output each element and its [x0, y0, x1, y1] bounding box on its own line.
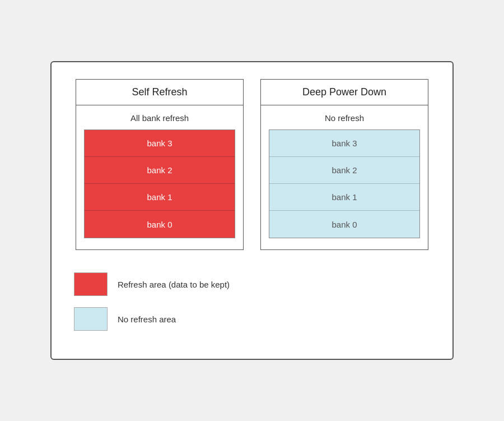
deep-power-down-bank1: bank 1: [269, 184, 419, 211]
legend-box-red: [74, 272, 108, 296]
legend-section: Refresh area (data to be kept) No refres…: [68, 272, 436, 331]
self-refresh-subtitle: All bank refresh: [84, 113, 235, 123]
self-refresh-diagram: Self Refresh All bank refresh bank 3 ban…: [76, 79, 244, 250]
diagrams-row: Self Refresh All bank refresh bank 3 ban…: [68, 79, 436, 250]
self-refresh-bank0: bank 0: [85, 211, 235, 238]
self-refresh-bank3: bank 3: [85, 130, 235, 157]
deep-power-down-bank3: bank 3: [269, 130, 419, 157]
self-refresh-content: All bank refresh bank 3 bank 2 bank 1 ba…: [76, 105, 243, 249]
self-refresh-bank2: bank 2: [85, 157, 235, 184]
deep-power-down-diagram: Deep Power Down No refresh bank 3 bank 2…: [260, 79, 428, 250]
deep-power-down-subtitle: No refresh: [269, 113, 420, 123]
deep-power-down-content: No refresh bank 3 bank 2 bank 1 bank 0: [261, 105, 428, 249]
deep-power-down-bank2: bank 2: [269, 157, 419, 184]
legend-item-no-refresh: No refresh area: [74, 307, 430, 331]
deep-power-down-title: Deep Power Down: [261, 80, 428, 105]
self-refresh-title: Self Refresh: [76, 80, 243, 105]
legend-item-refresh: Refresh area (data to be kept): [74, 272, 430, 296]
deep-power-down-banks: bank 3 bank 2 bank 1 bank 0: [269, 129, 420, 238]
legend-box-light-blue: [74, 307, 108, 331]
legend-label-no-refresh: No refresh area: [118, 314, 176, 324]
legend-label-refresh: Refresh area (data to be kept): [118, 280, 230, 289]
self-refresh-bank1: bank 1: [85, 184, 235, 211]
self-refresh-banks: bank 3 bank 2 bank 1 bank 0: [84, 129, 235, 238]
deep-power-down-bank0: bank 0: [269, 211, 419, 238]
main-container: Self Refresh All bank refresh bank 3 ban…: [50, 61, 454, 360]
